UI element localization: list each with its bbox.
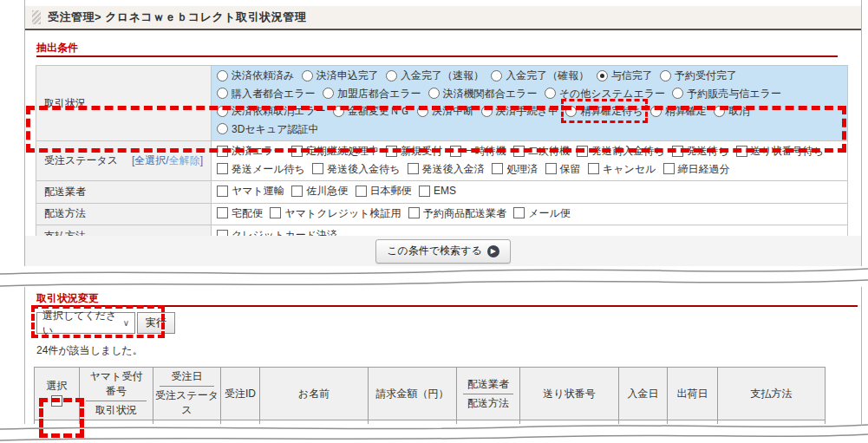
checkbox-option[interactable]: ヤマトクレジット検証用 (270, 205, 401, 221)
radio-icon (714, 106, 725, 117)
checkbox-option[interactable]: 決済エラー (217, 143, 284, 159)
radio-label: 与信完了 (611, 68, 653, 83)
checkbox-option[interactable]: 発送後入金待ち (312, 161, 400, 177)
radio-option[interactable]: 決済依頼取消エラー (217, 103, 326, 119)
radio-label: 予約受付完了 (675, 68, 737, 83)
radio-option[interactable]: 入金完了（確報） (491, 68, 589, 83)
radio-option[interactable]: 精算確定 (650, 103, 707, 119)
checkbox-option[interactable]: 二次待機 (513, 143, 570, 159)
checkbox-label: 予約商品配送業者 (423, 205, 506, 221)
checkbox-option[interactable]: 新規受付 (386, 143, 442, 159)
radio-option[interactable]: 購入者都合エラー (217, 86, 316, 101)
row-deposit-cell: 未入金 (619, 420, 668, 443)
select-all-checkbox[interactable] (51, 395, 62, 407)
radio-option[interactable]: 決済申込完了 (302, 68, 379, 83)
radio-option[interactable]: 加盟店都合エラー (323, 86, 421, 101)
radio-option[interactable]: 金額変更ＮＧ (333, 103, 410, 119)
radio-icon (481, 106, 493, 117)
radio-label: 精算確定待ち (580, 103, 643, 119)
radio-option[interactable]: 決済依頼済み (217, 68, 294, 83)
checkbox-option[interactable]: 締日経過分 (663, 161, 730, 177)
checkbox-option[interactable]: ヤマト運輸 (217, 183, 284, 199)
checkbox-label: 処理済 (506, 161, 538, 177)
checkbox-label: EMS (434, 183, 456, 199)
checkbox-label: 一時待機 (465, 143, 506, 159)
status-change-select[interactable]: 選択してください ∨ (36, 312, 135, 334)
checkbox-option[interactable]: 日本郵便 (356, 183, 412, 199)
checkbox-label: 発送後入金済 (422, 161, 485, 177)
select-all-link[interactable]: 全選択 (134, 154, 166, 166)
deselect-all-link[interactable]: 全解除 (169, 154, 200, 166)
radio-option[interactable]: 精算確定待ち (565, 103, 643, 119)
radio-icon (386, 70, 397, 81)
radio-icon (565, 106, 577, 117)
radio-option[interactable]: 3Dセキュア認証中 (217, 121, 318, 137)
radio-option[interactable]: 決済手続き中 (481, 103, 558, 119)
checkbox-label: 発送後入金待ち (327, 161, 400, 177)
col-slip-no: 送り状番号 (520, 368, 619, 420)
radio-option[interactable]: 決済中断 (417, 103, 473, 119)
checkbox-option[interactable]: EMS (419, 183, 456, 199)
checkbox-option[interactable]: メール便 (513, 205, 571, 221)
checkbox-option[interactable]: 発送後入金済 (408, 161, 485, 177)
order-status-checkbox-group: 決済エラー 定期継続処理中 新規受付 一時待機 二次待機 発送前入金待ち 発 (212, 141, 848, 181)
radio-option[interactable]: 取消 (714, 103, 749, 119)
radio-icon (597, 70, 608, 81)
checkbox-option[interactable]: 送り状番号待ち (736, 143, 825, 159)
checkbox-option[interactable]: 発送前入金待ち (577, 143, 664, 159)
checkbox-icon (291, 146, 303, 157)
radio-label: 金額変更ＮＧ (348, 103, 410, 119)
radio-icon (660, 70, 671, 81)
radio-icon (217, 88, 228, 99)
checkbox-label: 発送前入金待ち (591, 143, 664, 159)
checkbox-label: 決済エラー (232, 143, 284, 159)
checkbox-icon (419, 186, 430, 197)
checkbox-label: ヤマトクレジット検証用 (284, 205, 401, 221)
checkbox-label: 日本郵便 (370, 183, 412, 199)
checkbox-option[interactable]: 処理済 (492, 161, 538, 177)
radio-icon (545, 88, 556, 99)
checkbox-icon (513, 146, 525, 157)
radio-option[interactable]: 予約販売与信エラー (672, 86, 781, 101)
radio-label: 決済依頼済み (232, 68, 294, 83)
row-shipping-cell: 未発送 (668, 420, 718, 443)
chevron-down-icon: ∨ (123, 318, 129, 328)
radio-label: 決済中断 (432, 103, 473, 119)
select-value: 選択してください (42, 309, 123, 338)
checkbox-option[interactable]: 予約商品配送業者 (408, 205, 506, 221)
checkbox-option[interactable]: 一時待機 (450, 143, 506, 159)
radio-option[interactable]: 決済機関都合エラー (428, 86, 538, 101)
checkbox-option[interactable]: 保留 (545, 161, 581, 177)
order-status-label: 受注ステータス (44, 153, 118, 168)
radio-option[interactable]: 予約受付完了 (660, 68, 737, 83)
row-checkbox[interactable] (51, 440, 62, 443)
radio-icon (323, 88, 334, 99)
breadcrumb: 受注管理> クロネコｗｅｂコレクト取引状況管理 (48, 10, 306, 25)
radio-icon (217, 123, 228, 134)
checkbox-icon (270, 207, 281, 218)
table-row: 69-170825094639与信完了 2017/08/25新規受付 69 3,… (35, 420, 826, 443)
radio-option[interactable]: その他システムエラー (545, 86, 665, 101)
radio-icon (333, 106, 344, 117)
radio-label: 決済申込完了 (317, 68, 379, 83)
radio-option[interactable]: 与信完了 (597, 68, 653, 83)
checkbox-option[interactable]: 発送待ち (672, 143, 728, 159)
checkbox-option[interactable]: 発送メール待ち (217, 161, 305, 177)
radio-label: 決済依頼取消エラー (232, 103, 326, 119)
checkbox-label: キャンセル (603, 161, 656, 177)
radio-icon (672, 88, 683, 99)
radio-icon (302, 70, 313, 81)
checkbox-option[interactable]: 定期継続処理中 (291, 143, 379, 159)
filter-section-title: 抽出条件 (36, 41, 78, 55)
radio-icon (650, 106, 662, 117)
content-container: 受注管理> クロネコｗｅｂコレクト取引状況管理 抽出条件 取引状況 決済依頼済み… (24, 0, 862, 443)
checkbox-option[interactable]: 佐川急便 (291, 183, 348, 199)
checkbox-option[interactable]: 宅配便 (217, 205, 263, 221)
checkbox-label: 発送メール待ち (232, 161, 305, 177)
checkbox-icon (217, 207, 228, 218)
radio-option[interactable]: 入金完了（速報） (386, 68, 484, 83)
checkbox-option[interactable]: キャンセル (588, 161, 656, 177)
execute-button[interactable]: 実行 (137, 312, 175, 334)
carrier-checkbox-group: ヤマト運輸 佐川急便 日本郵便 EMS (212, 181, 848, 204)
search-button[interactable]: この条件で検索する ▶ (375, 239, 510, 264)
